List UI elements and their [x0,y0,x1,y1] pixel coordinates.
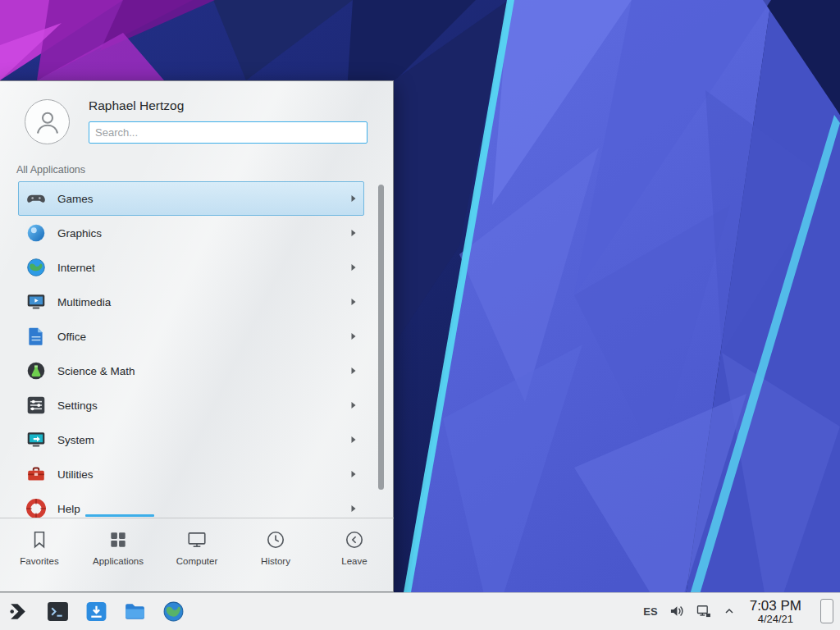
monitor-system-icon [25,429,47,450]
tab-history[interactable]: History [236,518,315,591]
tab-label: Leave [341,556,367,566]
search-input[interactable] [89,121,368,144]
chevron-right-icon [350,436,357,444]
category-label: Games [57,193,94,205]
lifebuoy-icon [25,498,47,519]
category-list: Games Graphics Internet Multimedia [0,181,394,519]
category-science-math[interactable]: Science & Math [18,354,364,388]
scrollbar[interactable] [378,185,384,490]
tab-leave[interactable]: Leave [315,518,394,591]
grid-icon [107,529,129,550]
category-label: Multimedia [57,296,111,308]
category-office[interactable]: Office [18,319,364,354]
monitor-play-icon [25,291,47,313]
category-label: Science & Math [57,365,135,377]
category-label: Settings [57,399,98,412]
toolbox-icon [25,463,47,485]
globe-icon [25,257,47,278]
chevron-right-icon [350,263,357,272]
taskbar: ES 7:03 PM 4/24/21 [0,592,840,630]
category-label: Graphics [57,227,102,240]
category-multimedia[interactable]: Multimedia [18,285,364,319]
category-help[interactable]: Help [18,491,364,519]
category-label: Office [57,331,86,343]
chevron-right-icon [350,229,357,237]
launcher-tabbar: Favorites Applications Computer History … [0,518,394,591]
computer-icon [186,529,208,550]
chevron-right-icon [350,332,357,340]
keyboard-layout-indicator[interactable]: ES [643,605,657,618]
chevron-right-icon [350,367,357,375]
category-system[interactable]: System [18,422,364,457]
taskbar-launchers [0,600,185,623]
network-icon[interactable] [696,603,712,619]
clock-date: 4/24/21 [750,614,801,626]
category-internet[interactable]: Internet [18,250,364,285]
tab-label: History [261,556,290,566]
volume-icon[interactable] [669,603,685,619]
category-label: System [57,434,94,446]
chevron-right-icon [350,194,357,203]
category-label: Utilities [57,468,94,481]
digital-clock[interactable]: 7:03 PM 4/24/21 [750,598,801,626]
file-manager-icon[interactable] [123,600,147,623]
user-name: Raphael Hertzog [89,98,184,113]
user-icon [33,107,62,137]
gamepad-icon [25,188,47,209]
category-graphics[interactable]: Graphics [18,216,364,250]
chevron-right-icon [350,504,357,513]
discover-icon[interactable] [84,600,108,623]
tab-favorites[interactable]: Favorites [0,518,79,591]
sliders-icon [25,395,47,416]
chevron-right-icon [350,470,357,478]
document-icon [25,326,47,347]
tab-label: Applications [93,556,144,566]
terminal-icon[interactable] [46,600,70,623]
leave-icon [344,529,365,550]
tab-label: Computer [176,556,218,566]
expand-tray-caret-icon[interactable] [723,605,736,618]
show-desktop-widget[interactable] [820,599,833,623]
chevron-right-icon [350,401,357,409]
category-utilities[interactable]: Utilities [18,457,364,491]
clock-time: 7:03 PM [750,598,801,614]
bookmark-icon [29,529,50,550]
tab-computer[interactable]: Computer [158,518,236,591]
section-label: All Applications [16,164,85,176]
flask-icon [25,360,47,381]
active-tab-indicator [85,514,154,517]
category-games[interactable]: Games [18,181,364,216]
category-settings[interactable]: Settings [18,388,364,422]
clock-icon [265,529,286,550]
graphics-sphere-icon [25,222,47,244]
category-label: Help [57,503,80,515]
category-label: Internet [57,262,95,274]
application-launcher-menu: Raphael Hertzog All Applications Games G… [0,80,394,592]
user-avatar[interactable] [25,99,70,144]
app-launcher-icon[interactable] [7,600,31,623]
tab-label: Favorites [20,556,58,566]
web-browser-icon[interactable] [162,600,185,623]
system-tray: ES 7:03 PM 4/24/21 [643,598,840,626]
tab-applications[interactable]: Applications [79,518,158,591]
chevron-right-icon [350,298,357,306]
